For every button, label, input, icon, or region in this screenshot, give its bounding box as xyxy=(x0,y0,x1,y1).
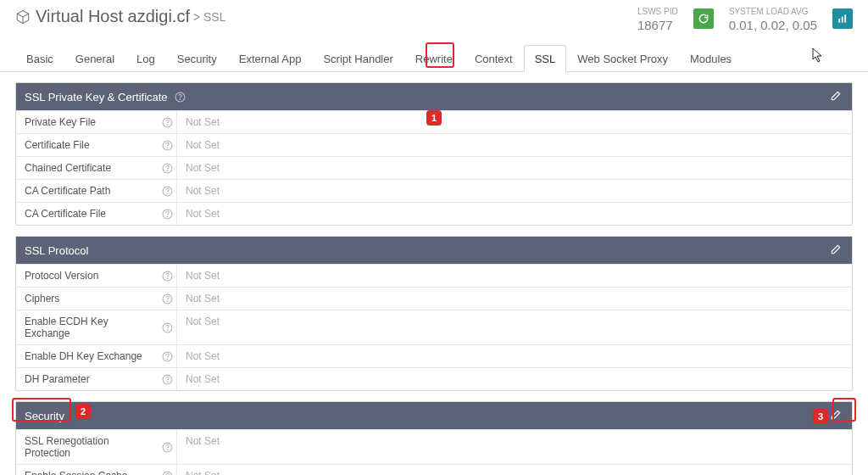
header-stats: LSWS PID 18677 SYSTEM LOAD AVG 0.01, 0.0… xyxy=(637,7,853,33)
help-icon[interactable] xyxy=(159,368,177,390)
help-icon[interactable] xyxy=(159,265,177,287)
help-icon[interactable] xyxy=(175,92,186,103)
tab-rewrite[interactable]: Rewrite xyxy=(404,45,464,72)
row-label: Enable Session Cache xyxy=(16,465,159,475)
table-row: SSL Renegotiation ProtectionNot Set xyxy=(16,429,852,464)
stat-load: SYSTEM LOAD AVG 0.01, 0.02, 0.05 xyxy=(729,7,817,33)
tab-context[interactable]: Context xyxy=(464,45,524,72)
row-label: CA Certificate File xyxy=(16,203,159,225)
panel-header: SSL Private Key & Certificate xyxy=(16,83,852,110)
help-icon[interactable] xyxy=(159,157,177,179)
tab-general[interactable]: General xyxy=(64,45,125,72)
help-icon[interactable] xyxy=(159,465,177,475)
svg-point-22 xyxy=(167,359,168,360)
panel-ssl-protocol: SSL Protocol Protocol VersionNot SetCiph… xyxy=(15,236,853,391)
row-label: Ciphers xyxy=(16,288,159,310)
row-value: Not Set xyxy=(177,310,852,344)
svg-point-20 xyxy=(167,330,168,331)
panel-title: SSL Protocol xyxy=(25,244,88,257)
svg-point-16 xyxy=(167,278,168,279)
edit-button[interactable] xyxy=(830,243,843,257)
edit-button[interactable] xyxy=(830,409,843,422)
row-value: Not Set xyxy=(177,265,852,287)
stat-lsws-label: LSWS PID xyxy=(637,7,678,18)
row-value: Not Set xyxy=(177,465,852,475)
refresh-icon xyxy=(698,13,709,25)
row-label: Chained Certificate xyxy=(16,157,159,179)
stat-load-value: 0.01, 0.02, 0.05 xyxy=(729,18,817,34)
svg-point-4 xyxy=(180,99,181,100)
edit-button[interactable] xyxy=(830,90,843,103)
tab-script-handler[interactable]: Script Handler xyxy=(312,45,403,72)
svg-point-8 xyxy=(167,148,168,148)
table-row: CA Certificate PathNot Set xyxy=(16,179,852,202)
stat-lsws: LSWS PID 18677 xyxy=(637,7,678,33)
row-label: Enable ECDH Key Exchange xyxy=(16,310,159,344)
svg-rect-0 xyxy=(838,19,840,23)
row-label: Private Key File xyxy=(16,111,159,133)
row-value: Not Set xyxy=(177,111,852,133)
table-row: CiphersNot Set xyxy=(16,287,852,310)
svg-rect-1 xyxy=(842,17,843,23)
help-icon[interactable] xyxy=(159,345,177,367)
tab-web-socket-proxy[interactable]: Web Socket Proxy xyxy=(566,45,679,72)
table-row: Enable DH Key ExchangeNot Set xyxy=(16,344,852,367)
panel-header: SSL Protocol xyxy=(16,237,852,264)
annotation-badge-2: 2 xyxy=(75,404,91,419)
table-row: Private Key FileNot Set xyxy=(16,110,852,133)
tab-basic[interactable]: Basic xyxy=(15,45,64,72)
help-icon[interactable] xyxy=(159,430,177,464)
tab-security[interactable]: Security xyxy=(166,45,228,72)
row-value: Not Set xyxy=(177,203,852,225)
table-row: DH ParameterNot Set xyxy=(16,367,852,390)
help-icon[interactable] xyxy=(159,203,177,225)
help-icon[interactable] xyxy=(159,288,177,310)
stats-button[interactable] xyxy=(832,8,853,29)
chart-icon xyxy=(837,13,849,25)
table-row: Enable Session CacheNot Set xyxy=(16,464,852,475)
breadcrumb: Virtual Host azdigi.cf > SSL xyxy=(15,7,637,26)
svg-point-12 xyxy=(167,193,168,194)
row-label: DH Parameter xyxy=(16,368,159,390)
table-row: Protocol VersionNot Set xyxy=(16,264,852,287)
table-row: Enable ECDH Key ExchangeNot Set xyxy=(16,310,852,344)
row-label: Certificate File xyxy=(16,134,159,156)
row-value: Not Set xyxy=(177,345,852,367)
svg-point-6 xyxy=(167,125,168,126)
row-value: Not Set xyxy=(177,430,852,464)
help-icon[interactable] xyxy=(159,134,177,156)
help-icon[interactable] xyxy=(159,180,177,202)
panel-title: Security xyxy=(25,410,64,422)
row-label: SSL Renegotiation Protection xyxy=(16,430,159,464)
stat-lsws-value: 18677 xyxy=(637,18,678,34)
row-value: Not Set xyxy=(177,134,852,156)
panel-security: Security 2 3 SSL Renegotiation Protectio… xyxy=(15,401,853,475)
svg-point-26 xyxy=(167,450,168,450)
row-label: CA Certificate Path xyxy=(16,180,159,202)
panel-title: SSL Private Key & Certificate xyxy=(25,91,168,103)
table-row: Chained CertificateNot Set xyxy=(16,156,852,179)
table-row: CA Certificate FileNot Set xyxy=(16,202,852,225)
annotation-badge-3: 3 xyxy=(813,409,828,424)
svg-point-10 xyxy=(167,170,168,171)
svg-point-18 xyxy=(167,301,168,302)
restart-button[interactable] xyxy=(693,8,714,29)
svg-point-14 xyxy=(167,216,168,217)
tab-ssl[interactable]: SSL xyxy=(524,45,567,72)
cube-icon xyxy=(15,9,31,25)
tab-modules[interactable]: Modules xyxy=(679,45,743,72)
row-value: Not Set xyxy=(177,368,852,390)
tab-log[interactable]: Log xyxy=(125,45,166,72)
panel-ssl-cert: SSL Private Key & Certificate 1 Private … xyxy=(15,82,853,226)
help-icon[interactable] xyxy=(159,310,177,344)
row-label: Enable DH Key Exchange xyxy=(16,345,159,367)
help-icon[interactable] xyxy=(159,111,177,133)
row-value: Not Set xyxy=(177,288,852,310)
tab-bar: BasicGeneralLogSecurityExternal AppScrip… xyxy=(0,45,868,72)
tab-external-app[interactable]: External App xyxy=(228,45,313,72)
table-row: Certificate FileNot Set xyxy=(16,133,852,156)
page-subcrumb: > SSL xyxy=(193,10,226,24)
row-value: Not Set xyxy=(177,157,852,179)
panel-header: Security 2 3 xyxy=(16,402,852,429)
svg-rect-2 xyxy=(844,14,846,22)
